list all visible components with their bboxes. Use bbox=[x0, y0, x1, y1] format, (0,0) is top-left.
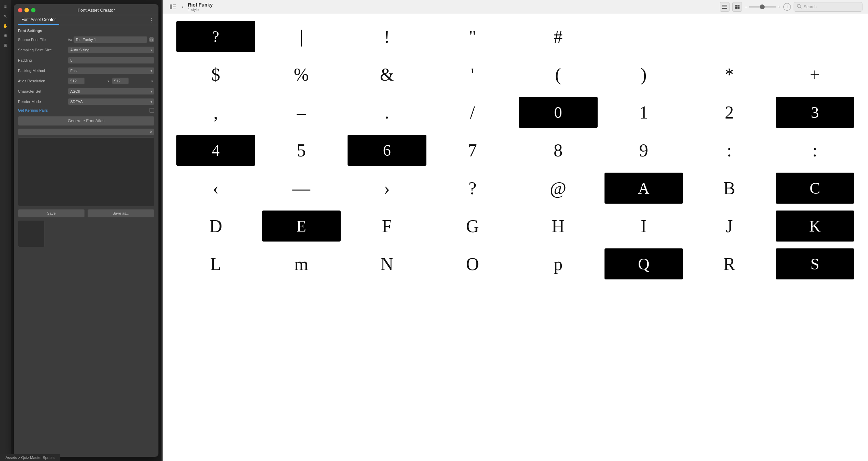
glyph-cell[interactable]: E bbox=[262, 211, 341, 242]
zoom-minus-button[interactable]: − bbox=[745, 4, 747, 10]
save-button[interactable]: Save bbox=[18, 209, 85, 217]
source-font-input[interactable] bbox=[73, 36, 147, 43]
kerning-link[interactable]: Get Kerning Pairs bbox=[18, 108, 149, 112]
glyph-cell[interactable]: | bbox=[262, 21, 341, 52]
kerning-checkbox[interactable] bbox=[149, 108, 154, 113]
glyph-cell[interactable]: K bbox=[776, 211, 855, 242]
back-button[interactable]: ‹ bbox=[182, 4, 184, 10]
glyph-cell[interactable]: C bbox=[776, 173, 855, 204]
fullscreen-button[interactable] bbox=[31, 8, 35, 12]
glyph-cell[interactable]: › bbox=[348, 173, 426, 204]
glyph-cell[interactable]: : bbox=[690, 135, 769, 166]
glyph-cell[interactable]: – bbox=[262, 97, 341, 128]
glyph-cell[interactable]: , bbox=[176, 97, 255, 128]
glyph-cell[interactable]: — bbox=[262, 173, 341, 204]
glyph-cell[interactable]: F bbox=[348, 211, 426, 242]
glyph-cell[interactable]: R bbox=[690, 248, 769, 279]
glyph-cell[interactable]: 7 bbox=[433, 135, 512, 166]
glyph-cell[interactable]: & bbox=[348, 59, 426, 90]
search-bar[interactable]: Search bbox=[794, 2, 862, 12]
render-mode-wrapper: Bitmap SDF SDFAA MSDF bbox=[68, 98, 154, 105]
glyph-cell[interactable]: @ bbox=[519, 173, 598, 204]
glyph-cell[interactable]: ! bbox=[348, 21, 426, 52]
glyph-cell[interactable]: D bbox=[176, 211, 255, 242]
glyph-cell[interactable]: G bbox=[433, 211, 512, 242]
sidebar-icon-hand[interactable]: ✋ bbox=[2, 22, 9, 30]
sidebar-icon-cursor[interactable]: ↖ bbox=[2, 12, 9, 20]
grid-view-button[interactable] bbox=[732, 2, 742, 12]
svg-rect-1 bbox=[173, 4, 176, 5]
glyph-cell[interactable]: O bbox=[433, 248, 512, 279]
zoom-track[interactable] bbox=[749, 6, 776, 8]
glyph-cell[interactable]: 3 bbox=[776, 97, 855, 128]
character-set-select[interactable]: ASCII Extended ASCII Unicode Custom bbox=[68, 88, 154, 95]
toolbar-right: − + i Search bbox=[720, 2, 862, 12]
generate-button[interactable]: Generate Font Atlas bbox=[18, 116, 154, 126]
glyph-cell[interactable]: 9 bbox=[604, 135, 683, 166]
search-input[interactable] bbox=[18, 129, 154, 135]
glyph-cell[interactable]: + bbox=[776, 59, 855, 90]
glyph-cell[interactable]: * bbox=[690, 59, 769, 90]
sidebar-icon-move[interactable]: ⊞ bbox=[2, 41, 9, 49]
sidebar-toggle-button[interactable] bbox=[168, 2, 178, 12]
glyph-cell[interactable]: 1 bbox=[604, 97, 683, 128]
glyph-cell[interactable]: m bbox=[262, 248, 341, 279]
glyph-cell[interactable]: ) bbox=[604, 59, 683, 90]
tab-more-menu[interactable]: ⋮ bbox=[149, 17, 154, 23]
close-button[interactable] bbox=[18, 8, 22, 12]
glyph-cell[interactable]: A bbox=[604, 173, 683, 204]
glyph-cell[interactable]: ( bbox=[519, 59, 598, 90]
glyph-cell[interactable]: 6 bbox=[348, 135, 426, 166]
packing-select-wrapper: Fast Optimal bbox=[68, 67, 154, 74]
glyph-cell[interactable]: 4 bbox=[176, 135, 255, 166]
zoom-thumb[interactable] bbox=[760, 4, 765, 9]
svg-line-12 bbox=[800, 7, 802, 9]
glyph-cell[interactable]: : bbox=[776, 135, 855, 166]
sidebar-icon-layers[interactable]: ≡ bbox=[2, 3, 9, 10]
atlas-height-select[interactable]: 256 512 1024 2048 4096 8192 bbox=[112, 78, 129, 84]
save-as-button[interactable]: Save as... bbox=[87, 209, 154, 217]
fac-titlebar: Font Asset Creator bbox=[14, 4, 158, 15]
info-button[interactable]: i bbox=[783, 3, 791, 11]
minimize-button[interactable] bbox=[24, 8, 29, 12]
glyph-cell[interactable]: p bbox=[519, 248, 598, 279]
glyph-cell[interactable]: . bbox=[348, 97, 426, 128]
sidebar-icon-zoom[interactable]: ⊕ bbox=[2, 32, 9, 39]
glyph-cell[interactable]: J bbox=[690, 211, 769, 242]
list-view-button[interactable] bbox=[720, 2, 730, 12]
glyph-cell[interactable]: ? bbox=[433, 173, 512, 204]
glyph-cell[interactable]: N bbox=[348, 248, 426, 279]
glyph-cell[interactable]: S bbox=[776, 248, 855, 279]
svg-rect-8 bbox=[737, 5, 740, 7]
fac-tab-main[interactable]: Font Asset Creator bbox=[18, 15, 59, 25]
glyph-cell[interactable]: I bbox=[604, 211, 683, 242]
glyph-cell[interactable]: ' bbox=[433, 59, 512, 90]
glyph-cell[interactable]: ‹ bbox=[176, 173, 255, 204]
padding-input[interactable] bbox=[68, 57, 154, 64]
glyph-cell[interactable]: H bbox=[519, 211, 598, 242]
glyph-cell[interactable]: " bbox=[433, 21, 512, 52]
glyph-cell[interactable]: # bbox=[519, 21, 598, 52]
search-placeholder: Search bbox=[804, 4, 817, 9]
glyph-cell[interactable]: % bbox=[262, 59, 341, 90]
glyph-cell[interactable]: $ bbox=[176, 59, 255, 90]
breadcrumb-text: Assets > Quiz Master Sprites bbox=[6, 455, 54, 460]
atlas-width-select[interactable]: 256 512 1024 2048 4096 8192 bbox=[68, 78, 85, 84]
glyph-cell[interactable]: 2 bbox=[690, 97, 769, 128]
glyph-cell[interactable]: B bbox=[690, 173, 769, 204]
glyph-cell[interactable]: 8 bbox=[519, 135, 598, 166]
traffic-lights bbox=[18, 8, 35, 12]
packing-select[interactable]: Fast Optimal bbox=[68, 67, 154, 74]
glyph-cell[interactable]: / bbox=[433, 97, 512, 128]
preview-box bbox=[18, 220, 45, 247]
glyph-cell[interactable]: 5 bbox=[262, 135, 341, 166]
glyph-cell[interactable]: L bbox=[176, 248, 255, 279]
source-font-clear[interactable]: ⊙ bbox=[149, 37, 154, 42]
search-clear-button[interactable]: ✕ bbox=[149, 130, 153, 134]
glyph-cell[interactable]: ? bbox=[176, 21, 255, 52]
render-mode-select[interactable]: Bitmap SDF SDFAA MSDF bbox=[68, 98, 154, 105]
sampling-select[interactable]: Auto Sizing 8 12 16 24 32 48 60 72 90 bbox=[68, 47, 154, 53]
glyph-cell[interactable]: 0 bbox=[519, 97, 598, 128]
glyph-cell[interactable]: Q bbox=[604, 248, 683, 279]
zoom-plus-button[interactable]: + bbox=[778, 4, 781, 10]
